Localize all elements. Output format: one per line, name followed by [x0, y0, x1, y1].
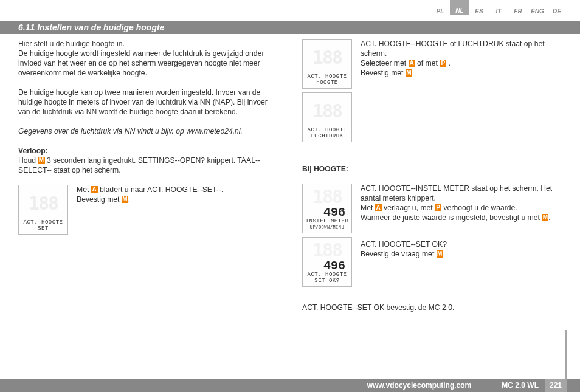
key-p-icon: P	[435, 204, 441, 211]
verloop-heading: Verloop:	[18, 146, 278, 156]
subheading: Bij HOOGTE:	[302, 164, 562, 174]
lang-tab-nl[interactable]: NL	[450, 0, 469, 15]
step-row: 188 ACT. HOOGTE HOOGTE 188 ACT. HOOGTE L…	[302, 39, 562, 146]
key-m-icon: M	[38, 157, 45, 164]
text: ACT. HOOGTE--HOOGTE of LUCHTDRUK staat o…	[361, 40, 545, 58]
paragraph: ACT. HOOGTE--SET OK bevestigt de MC 2.0.	[302, 303, 562, 312]
key-a-icon: A	[91, 186, 98, 193]
lcd-stack: 188 ACT. HOOGTE HOOGTE 188 ACT. HOOGTE L…	[302, 39, 361, 146]
lcd-line: UP/DOWN/MENU	[310, 224, 344, 230]
key-p-icon: P	[440, 60, 446, 67]
text: verlaagt u, met	[382, 204, 435, 212]
lcd-stack: 188 496 INSTEL METER UP/DOWN/MENU 188 49…	[302, 184, 361, 291]
step-row: 188 496 INSTEL METER UP/DOWN/MENU 188 49…	[302, 184, 562, 291]
paragraph: De huidige hoogte kan op twee manieren w…	[18, 88, 278, 117]
paragraph: Hier stelt u de huidige hoogte in. De hu…	[18, 39, 278, 78]
footer: www.vdocyclecomputing.com MC 2.0 WL 221	[0, 379, 580, 392]
instruction: Houd M 3 seconden lang ingedrukt. SETTIN…	[18, 156, 278, 175]
footer-model: MC 2.0 WL	[495, 381, 545, 390]
key-a-icon: A	[375, 204, 382, 211]
key-a-icon: A	[409, 60, 415, 67]
left-column: Hier stelt u de huidige hoogte in. De hu…	[18, 39, 290, 368]
lcd-line: ACT. HOOGTE	[308, 272, 347, 278]
lcd-screenshot: 188 ACT. HOOGTE HOOGTE	[302, 39, 352, 89]
key-m-icon: M	[542, 214, 548, 221]
page-number: 221	[545, 379, 567, 392]
lang-tab-it[interactable]: IT	[489, 8, 508, 15]
footer-url: www.vdocyclecomputing.com	[0, 381, 495, 390]
lcd-screenshot: 188 496 INSTEL METER UP/DOWN/MENU	[302, 184, 352, 233]
lcd-line: ACT. HOOGTE	[24, 219, 63, 225]
text: of met	[415, 59, 440, 67]
text: ACT. HOOGTE--INSTEL METER staat op het s…	[361, 184, 552, 202]
lcd-number: 496	[305, 261, 349, 272]
note: Gegevens over de luchtdruk via NN vindt …	[18, 126, 278, 136]
text: Bevestig met	[77, 195, 122, 204]
language-bar: PLNLESITFRENGDE	[430, 0, 567, 15]
text: Selecteer met	[361, 59, 409, 67]
margin-tab	[565, 330, 567, 379]
text: verhoogt u de waarde.	[441, 204, 517, 212]
text: 3 seconden lang ingedrukt. SETTINGS--OPE…	[18, 156, 260, 174]
text: .	[128, 195, 130, 204]
text: Met	[77, 185, 91, 194]
text: Wanneer de juiste waarde is ingesteld, b…	[361, 213, 542, 222]
lcd-line: ACT. HOOGTE	[308, 74, 347, 80]
text: ACT. HOOGTE--SET OK?	[361, 240, 447, 249]
step-text: ACT. HOOGTE--INSTEL METER staat op het s…	[361, 184, 562, 259]
lcd-line: SET	[38, 225, 49, 232]
lang-tab-de[interactable]: DE	[547, 8, 567, 15]
content: Hier stelt u de huidige hoogte in. De hu…	[18, 39, 562, 368]
lang-tab-eng[interactable]: ENG	[528, 8, 547, 15]
section-title: 6.11 Instellen van de huidige hoogte	[0, 21, 580, 34]
step-text: Met A bladert u naar ACT. HOOGTE--SET--.…	[77, 185, 223, 204]
lcd-line: SET OK?	[314, 278, 339, 284]
text: Bevestig met	[361, 69, 406, 77]
lcd-line: LUCHTDRUK	[311, 133, 343, 139]
lcd-screenshot: 188 496 ACT. HOOGTE SET OK?	[302, 237, 352, 287]
key-m-icon: M	[406, 69, 412, 77]
lcd-line: INSTEL METER	[306, 218, 349, 224]
key-m-icon: M	[122, 196, 128, 203]
text: .	[446, 59, 451, 67]
key-m-icon: M	[437, 250, 443, 258]
text: Bevestig de vraag met	[361, 250, 437, 258]
text: Houd	[18, 156, 38, 165]
right-column: 188 ACT. HOOGTE HOOGTE 188 ACT. HOOGTE L…	[290, 39, 562, 368]
lcd-screenshot: 188 ACT. HOOGTE LUCHTDRUK	[302, 92, 352, 142]
lcd-number: 496	[305, 207, 349, 218]
text: .	[412, 69, 414, 77]
text: .	[443, 250, 445, 258]
lang-tab-es[interactable]: ES	[469, 8, 489, 15]
step-text: ACT. HOOGTE--HOOGTE of LUCHTDRUK staat o…	[361, 39, 562, 78]
lcd-screenshot: 188 ACT. HOOGTE SET	[18, 185, 68, 235]
lcd-line: HOOGTE	[316, 80, 337, 86]
text: bladert u naar ACT. HOOGTE--SET--.	[98, 185, 224, 194]
text: .	[548, 213, 550, 222]
lang-tab-fr[interactable]: FR	[508, 8, 528, 15]
step-row: 188 ACT. HOOGTE SET Met A bladert u naar…	[18, 185, 278, 235]
lcd-line: ACT. HOOGTE	[308, 127, 347, 133]
lang-tab-pl[interactable]: PL	[430, 8, 450, 15]
text: Met	[361, 204, 375, 212]
